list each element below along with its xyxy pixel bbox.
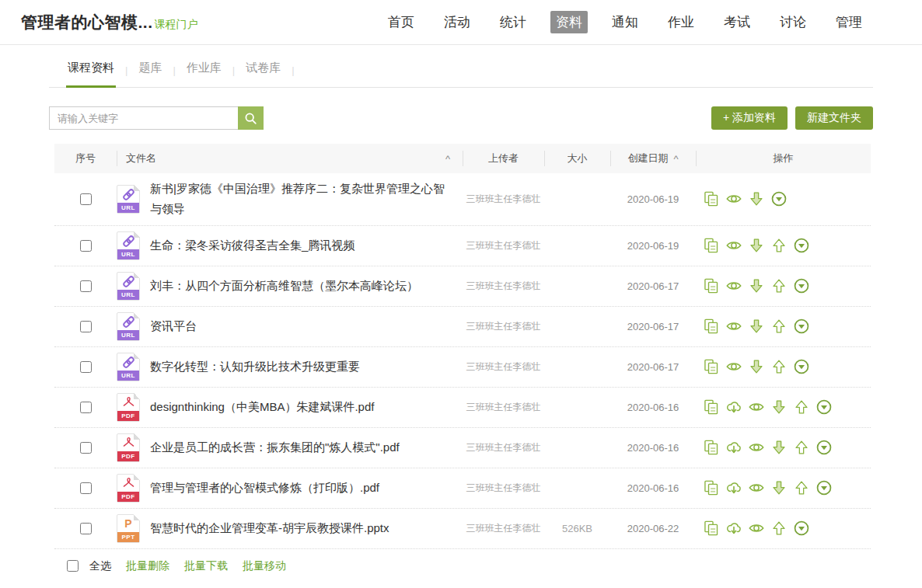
copy-icon[interactable] — [703, 237, 720, 254]
pdf-glyph — [117, 394, 139, 412]
upload-arrow-icon[interactable] — [793, 398, 810, 416]
preview-eye-icon[interactable] — [725, 318, 742, 335]
download-arrow-icon[interactable] — [748, 277, 765, 294]
copy-icon[interactable] — [703, 439, 720, 456]
preview-eye-icon[interactable] — [725, 237, 742, 254]
download-arrow-icon[interactable] — [770, 439, 788, 456]
more-menu-icon[interactable] — [793, 318, 810, 335]
more-menu-icon[interactable] — [793, 358, 810, 375]
more-menu-icon[interactable] — [770, 190, 788, 207]
url-glyph — [117, 186, 139, 204]
copy-icon[interactable] — [703, 277, 720, 294]
nav-item-讨论[interactable]: 讨论 — [774, 11, 812, 33]
download-arrow-icon[interactable] — [748, 318, 765, 335]
download-arrow-icon[interactable] — [748, 190, 765, 207]
upload-arrow-icon[interactable] — [793, 479, 810, 496]
nav-item-考试[interactable]: 考试 — [718, 11, 756, 33]
download-arrow-icon[interactable] — [748, 237, 765, 254]
row-checkbox[interactable] — [80, 321, 92, 332]
copy-icon[interactable] — [703, 190, 720, 207]
download-arrow-icon[interactable] — [770, 479, 788, 496]
nav-item-资料[interactable]: 资料 — [550, 11, 588, 33]
search-input[interactable] — [49, 106, 238, 130]
row-actions-cell — [696, 479, 871, 496]
cloud-download-icon[interactable] — [725, 439, 742, 456]
copy-icon[interactable] — [703, 398, 720, 416]
copy-icon[interactable] — [703, 318, 720, 335]
row-checkbox[interactable] — [80, 523, 92, 534]
upload-arrow-icon[interactable] — [770, 358, 788, 375]
row-checkbox[interactable] — [80, 193, 92, 205]
preview-eye-icon[interactable] — [725, 358, 742, 375]
url-glyph — [117, 273, 139, 291]
preview-eye-icon[interactable] — [748, 520, 765, 537]
tab-separator: | — [116, 64, 137, 87]
portal-link[interactable]: 课程门户 — [155, 18, 198, 32]
upload-arrow-icon[interactable] — [770, 237, 788, 254]
batch-link-批量移动[interactable]: 批量移动 — [243, 559, 286, 573]
nav-item-首页[interactable]: 首页 — [382, 11, 420, 33]
download-arrow-icon[interactable] — [770, 398, 788, 416]
search-button[interactable] — [238, 106, 264, 130]
nav-item-活动[interactable]: 活动 — [438, 11, 476, 33]
file-name[interactable]: 智慧时代的企业管理变革-胡宇辰教授课件.pptx — [150, 518, 389, 538]
file-name[interactable]: 资讯平台 — [150, 316, 197, 336]
upload-arrow-icon[interactable] — [770, 277, 788, 294]
sort-caret-created[interactable]: ^ — [673, 153, 678, 165]
cloud-download-icon[interactable] — [725, 398, 742, 416]
nav-item-统计[interactable]: 统计 — [494, 11, 532, 33]
tab-作业库[interactable]: 作业库 — [185, 61, 223, 88]
nav-item-管理[interactable]: 管理 — [830, 11, 868, 33]
preview-eye-icon[interactable] — [725, 277, 742, 294]
preview-eye-icon[interactable] — [748, 439, 765, 456]
nav-item-通知[interactable]: 通知 — [606, 11, 644, 33]
row-created-cell: 2020-06-17 — [610, 280, 696, 292]
new-folder-button[interactable]: 新建文件夹 — [795, 106, 873, 130]
row-checkbox[interactable] — [80, 402, 92, 413]
row-checkbox[interactable] — [80, 482, 92, 494]
row-checkbox[interactable] — [80, 442, 92, 454]
select-all-label: 全选 — [89, 559, 111, 573]
tab-题库[interactable]: 题库 — [137, 61, 163, 88]
file-name[interactable]: 企业是员工的成长营：振东集团的"炼人模式".pdf — [150, 437, 400, 458]
tab-课程资料[interactable]: 课程资料 — [66, 61, 116, 88]
search-box — [49, 106, 264, 130]
file-name[interactable]: 管理与管理者的心智模式修炼（打印版）.pdf — [150, 478, 379, 498]
batch-link-批量删除[interactable]: 批量删除 — [126, 559, 169, 573]
select-all-checkbox[interactable] — [67, 560, 79, 572]
more-menu-icon[interactable] — [815, 479, 833, 496]
row-checkbox[interactable] — [80, 361, 92, 373]
row-checkbox[interactable] — [80, 280, 92, 292]
file-name[interactable]: 数字化转型：认知升级比技术升级更重要 — [150, 357, 360, 377]
copy-icon[interactable] — [703, 358, 720, 375]
more-menu-icon[interactable] — [793, 277, 810, 294]
nav-item-作业[interactable]: 作业 — [662, 11, 700, 33]
more-menu-icon[interactable] — [793, 520, 810, 537]
cloud-download-icon[interactable] — [725, 479, 742, 496]
preview-eye-icon[interactable] — [748, 398, 765, 416]
file-name[interactable]: designthinking（中美MBA）朱建斌课件.pdf — [150, 397, 374, 417]
column-header-filename[interactable]: 文件名 ^ — [117, 144, 463, 173]
more-menu-icon[interactable] — [815, 439, 833, 456]
copy-icon[interactable] — [703, 479, 720, 496]
tab-试卷库[interactable]: 试卷库 — [244, 61, 282, 88]
more-menu-icon[interactable] — [815, 398, 833, 416]
download-arrow-icon[interactable] — [748, 358, 765, 375]
upload-arrow-icon[interactable] — [770, 520, 788, 537]
preview-eye-icon[interactable] — [748, 479, 765, 496]
more-menu-icon[interactable] — [793, 237, 810, 254]
row-checkbox[interactable] — [80, 240, 92, 252]
upload-arrow-icon[interactable] — [770, 318, 788, 335]
file-name[interactable]: 生命：梁冬采访彼得圣吉全集_腾讯视频 — [150, 235, 354, 256]
row-actions-cell — [696, 318, 871, 335]
file-name[interactable]: 刘丰：从四个方面分析高维智慧（墨尔本高峰论坛） — [150, 276, 418, 296]
preview-eye-icon[interactable] — [725, 190, 742, 207]
column-header-created[interactable]: 创建日期 ^ — [610, 144, 696, 173]
sort-caret-filename[interactable]: ^ — [445, 153, 450, 165]
batch-link-批量下载[interactable]: 批量下载 — [184, 559, 228, 573]
add-material-button[interactable]: + 添加资料 — [711, 106, 788, 130]
cloud-download-icon[interactable] — [725, 520, 742, 537]
upload-arrow-icon[interactable] — [793, 439, 810, 456]
file-name[interactable]: 新书|罗家德《中国治理》推荐序二：复杂世界管理之心智与领导 — [150, 179, 452, 220]
copy-icon[interactable] — [703, 520, 720, 537]
